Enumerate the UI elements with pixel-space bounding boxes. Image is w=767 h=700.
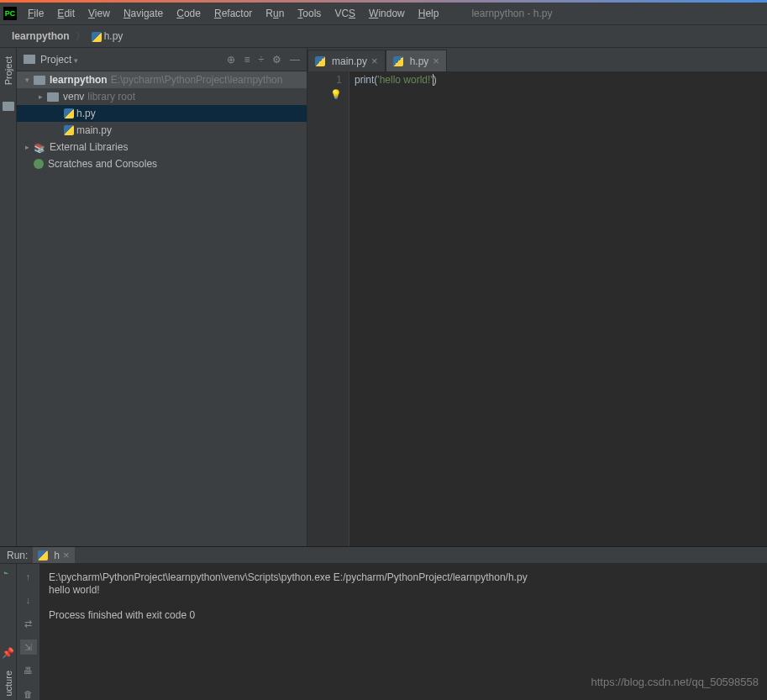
chevron-down-icon[interactable]: ▾: [20, 76, 34, 84]
print-icon[interactable]: 🖶: [20, 663, 37, 678]
close-icon[interactable]: ×: [433, 55, 439, 67]
breadcrumb-file[interactable]: h.py: [88, 29, 127, 44]
tree-scratches[interactable]: Scratches and Consoles: [17, 155, 307, 172]
menu-window[interactable]: Window: [363, 5, 411, 22]
gutter: 1 💡: [307, 71, 349, 546]
locate-icon[interactable]: ⊕: [227, 54, 235, 66]
project-panel: Project ⊕ ≡ ÷ ⚙ — ▾ learnpython E:\pycha…: [17, 48, 307, 546]
console-line: Process finished with exit code 0: [49, 609, 195, 621]
code-token: 'hello world!': [377, 74, 432, 86]
scratches-icon: [34, 159, 44, 169]
tab-label: main.py: [332, 55, 367, 67]
menu-navigate[interactable]: Navigate: [118, 5, 169, 22]
python-file-icon: [315, 56, 325, 66]
code-token: print: [355, 74, 374, 86]
python-file-icon: [393, 56, 403, 66]
watermark: https://blog.csdn.net/qq_50598558: [591, 676, 759, 688]
code-editor[interactable]: print('hello world!'): [349, 71, 767, 546]
code-area: 1 💡 print('hello world!'): [307, 71, 767, 546]
structure-tool-button[interactable]: ucture: [3, 671, 13, 697]
tree-project-root[interactable]: ▾ learnpython E:\pycharm\PythonProject\l…: [17, 71, 307, 88]
settings-icon[interactable]: ⚙: [272, 54, 281, 66]
intention-bulb-icon[interactable]: 💡: [307, 87, 342, 102]
editor-tab-h[interactable]: h.py ×: [386, 50, 447, 71]
tree-file-hpy[interactable]: h.py: [17, 105, 307, 122]
menu-tools[interactable]: Tools: [292, 5, 327, 22]
scroll-icon[interactable]: ⇲: [20, 639, 37, 655]
code-token: ): [433, 74, 437, 86]
tree-external-libs[interactable]: ▸ External Libraries: [17, 139, 307, 155]
breadcrumb-root[interactable]: learnpython: [8, 29, 73, 44]
run-toolbar-secondary: ↑ ↓ ⇄ ⇲ 🖶 🗑: [17, 564, 40, 700]
run-tab[interactable]: h ×: [33, 547, 74, 563]
close-icon[interactable]: ×: [63, 549, 70, 561]
pycharm-icon: PC: [3, 7, 17, 20]
folder-icon: [47, 92, 59, 102]
up-icon[interactable]: ↑: [20, 569, 37, 584]
wrap-icon[interactable]: ⇄: [20, 616, 37, 631]
breadcrumb-separator: 〉: [76, 29, 86, 44]
pin-icon[interactable]: 📌: [2, 647, 14, 659]
menu-view[interactable]: View: [82, 5, 116, 22]
menu-file[interactable]: File: [22, 5, 50, 22]
trash-icon[interactable]: 🗑: [20, 687, 37, 700]
window-title: learnpython - h.py: [471, 8, 552, 19]
menu-vcs[interactable]: VCS: [328, 5, 361, 22]
navigation-bar: learnpython 〉 h.py: [0, 24, 767, 48]
tree-path: E:\pycharm\PythonProject\learnpython: [111, 74, 283, 86]
folder-icon: [34, 76, 45, 85]
project-panel-title[interactable]: Project: [40, 54, 227, 66]
expand-icon[interactable]: ≡: [244, 54, 250, 66]
project-tool-button[interactable]: Project: [3, 56, 13, 85]
python-file-icon: [38, 550, 48, 561]
line-number: 1: [307, 73, 342, 87]
left-tool-strip-bottom: 📌 ucture: [0, 574, 17, 700]
console-line: E:\pycharm\PythonProject\learnpython\ven…: [49, 571, 528, 583]
hide-icon[interactable]: —: [290, 54, 300, 66]
run-tab-label: h: [54, 550, 60, 561]
menu-run[interactable]: Run: [260, 5, 290, 22]
run-label: Run:: [7, 550, 28, 561]
tree-label: learnpython: [50, 74, 108, 86]
editor-tab-main[interactable]: main.py ×: [307, 50, 386, 71]
library-icon: [34, 142, 45, 152]
editor-tabs: main.py × h.py ×: [307, 48, 767, 71]
python-file-icon: [64, 108, 74, 118]
tree-label: Scratches and Consoles: [48, 158, 157, 170]
collapse-icon[interactable]: ÷: [258, 54, 264, 66]
chevron-right-icon[interactable]: ▸: [20, 143, 34, 151]
tree-label: External Libraries: [50, 141, 128, 153]
python-file-icon: [92, 32, 102, 42]
left-tool-strip: Project: [0, 48, 17, 546]
project-tree: ▾ learnpython E:\pycharm\PythonProject\l…: [17, 71, 307, 546]
run-panel-header: Run: h ×: [0, 547, 767, 564]
tree-label: venv: [63, 91, 84, 103]
menu-help[interactable]: Help: [412, 5, 445, 22]
menu-refactor[interactable]: Refactor: [208, 5, 258, 22]
editor-area: main.py × h.py × 1 💡 print('hello world!…: [307, 48, 767, 546]
close-icon[interactable]: ×: [371, 55, 378, 67]
tree-hint: library root: [87, 91, 135, 103]
down-icon[interactable]: ↓: [20, 592, 37, 608]
python-file-icon: [64, 125, 74, 135]
chevron-right-icon[interactable]: ▸: [34, 92, 47, 101]
project-panel-header: Project ⊕ ≡ ÷ ⚙ —: [17, 48, 307, 71]
tree-venv[interactable]: ▸ venv library root: [17, 88, 307, 105]
tree-file-mainpy[interactable]: main.py: [17, 122, 307, 139]
tab-label: h.py: [410, 55, 429, 67]
console-line: hello world!: [49, 584, 100, 596]
menu-edit[interactable]: Edit: [51, 5, 81, 22]
menubar: PC File Edit View Navigate Code Refactor…: [0, 3, 767, 24]
tree-label: h.py: [76, 108, 96, 119]
tree-label: main.py: [76, 124, 112, 136]
menu-code[interactable]: Code: [171, 5, 207, 22]
project-icon: [24, 55, 35, 64]
folder-strip-icon[interactable]: [3, 102, 14, 111]
